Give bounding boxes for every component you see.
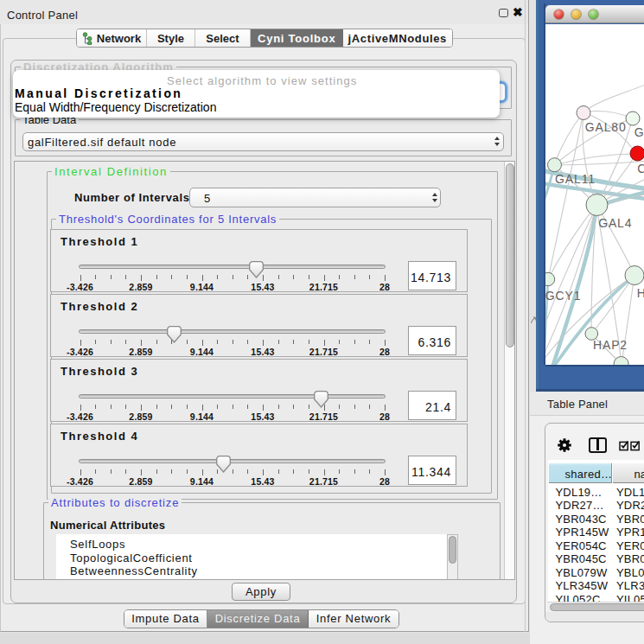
svg-text:HAP2: HAP2 <box>593 338 628 352</box>
svg-text:C: C <box>637 162 644 175</box>
svg-text:GAL11: GAL11 <box>555 172 596 186</box>
svg-text:H: H <box>637 286 644 300</box>
svg-text:GA: GA <box>634 125 644 139</box>
svg-text:GCY1: GCY1 <box>545 289 581 303</box>
svg-text:GAL4: GAL4 <box>598 216 632 230</box>
svg-text:GAL80: GAL80 <box>585 120 627 134</box>
